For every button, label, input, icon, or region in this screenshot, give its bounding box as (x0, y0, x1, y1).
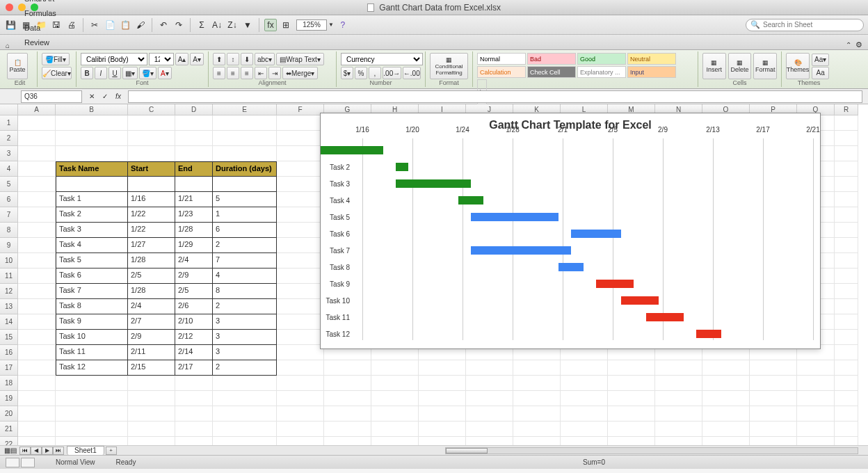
gantt-bar[interactable] (396, 163, 408, 171)
cell[interactable]: 2/5 (175, 284, 213, 299)
cell[interactable] (750, 437, 797, 445)
cell[interactable] (655, 391, 702, 406)
cell-style-good[interactable]: Good (577, 53, 626, 65)
cell[interactable] (750, 376, 797, 391)
cell[interactable] (750, 422, 797, 437)
cell[interactable]: Task 12 (56, 360, 128, 376)
cell[interactable] (277, 146, 324, 161)
cell[interactable] (56, 376, 128, 391)
cell[interactable] (277, 284, 324, 299)
gantt-bar[interactable] (396, 179, 471, 188)
cell[interactable]: Task 2 (56, 207, 128, 223)
cell[interactable] (175, 437, 213, 445)
theme-fonts-icon[interactable]: Aa (812, 67, 829, 79)
merge-button[interactable]: ⬌ Merge ▾ (282, 67, 318, 79)
row-header[interactable]: 20 (0, 406, 18, 422)
cell[interactable] (18, 406, 56, 422)
row-header[interactable]: 19 (0, 391, 18, 406)
decrease-decimal-icon[interactable]: ←.00 (403, 67, 421, 79)
cell[interactable] (608, 391, 655, 406)
cell[interactable] (561, 376, 608, 391)
cell[interactable]: 1/28 (128, 284, 175, 299)
cell[interactable]: 5 (213, 192, 277, 207)
gantt-bar[interactable] (458, 196, 483, 205)
gantt-bar[interactable] (471, 213, 558, 221)
ribbon-collapse-icon[interactable]: ⌃ (846, 41, 851, 49)
row-header[interactable]: 6 (0, 192, 18, 207)
increase-font-icon[interactable]: A▴ (175, 53, 189, 65)
cell[interactable] (277, 376, 324, 391)
row-header[interactable]: 5 (0, 177, 18, 192)
view-buttons-icon[interactable]: ▦▤ (4, 447, 17, 454)
cell[interactable] (513, 422, 561, 437)
cell[interactable] (835, 406, 858, 422)
zoom-level[interactable]: 125% (296, 19, 327, 31)
cell[interactable] (561, 360, 608, 376)
column-header[interactable]: E (213, 104, 277, 115)
cell[interactable] (371, 376, 419, 391)
cell[interactable] (561, 406, 608, 422)
cell[interactable] (277, 314, 324, 330)
paste-button[interactable]: 📋Paste (7, 53, 28, 79)
cell[interactable] (128, 376, 175, 391)
cell[interactable] (324, 422, 371, 437)
cell[interactable] (277, 299, 324, 314)
cell[interactable] (835, 345, 858, 360)
cell[interactable] (213, 146, 277, 161)
cell[interactable] (835, 360, 858, 376)
cell[interactable] (277, 391, 324, 406)
cell[interactable]: 3 (213, 345, 277, 360)
cell[interactable] (18, 177, 56, 192)
help-icon[interactable]: ? (337, 19, 349, 31)
cell[interactable]: 1/22 (128, 207, 175, 223)
cell[interactable] (324, 437, 371, 445)
cell[interactable]: 1/29 (175, 238, 213, 253)
cell[interactable] (277, 177, 324, 192)
fx-insert-icon[interactable]: fx (113, 91, 124, 102)
row-header[interactable]: 4 (0, 161, 18, 177)
cell[interactable] (56, 391, 128, 406)
cell[interactable] (835, 238, 858, 253)
cell[interactable] (371, 391, 419, 406)
cell[interactable] (655, 376, 702, 391)
cell[interactable] (513, 376, 561, 391)
cell[interactable] (835, 223, 858, 238)
cell[interactable] (18, 192, 56, 207)
row-header[interactable]: 12 (0, 284, 18, 299)
filter-icon[interactable]: ▼ (241, 19, 254, 31)
search-box[interactable]: 🔍 (746, 19, 864, 31)
cut-icon[interactable]: ✂ (88, 19, 101, 31)
indent-increase-icon[interactable]: ⇥ (268, 67, 281, 79)
cell[interactable]: Task 3 (56, 223, 128, 238)
tab-review[interactable]: Review (17, 35, 64, 49)
orientation-icon[interactable]: abc▾ (255, 53, 275, 65)
cell[interactable] (175, 406, 213, 422)
cell[interactable] (835, 146, 858, 161)
number-format-select[interactable]: Currency (341, 53, 423, 65)
cell[interactable] (18, 299, 56, 314)
gantt-bar[interactable] (646, 313, 684, 321)
cell[interactable] (277, 192, 324, 207)
cell[interactable] (18, 161, 56, 177)
cell[interactable]: Task 1 (56, 192, 128, 207)
cell[interactable] (277, 161, 324, 177)
cell[interactable]: 2 (213, 299, 277, 314)
cell[interactable] (835, 207, 858, 223)
cell[interactable]: 2/17 (175, 360, 213, 376)
cell[interactable]: Task 6 (56, 268, 128, 284)
select-all-corner[interactable] (0, 104, 18, 115)
cell[interactable] (797, 391, 835, 406)
cell[interactable]: 3 (213, 330, 277, 345)
cell[interactable] (56, 422, 128, 437)
row-header[interactable]: 21 (0, 422, 18, 437)
cell[interactable] (175, 376, 213, 391)
row-header[interactable]: 15 (0, 330, 18, 345)
cell[interactable] (702, 376, 750, 391)
cell[interactable] (750, 406, 797, 422)
row-header[interactable]: 18 (0, 376, 18, 391)
cell[interactable]: 1/28 (175, 223, 213, 238)
cell[interactable] (18, 268, 56, 284)
cell[interactable] (702, 406, 750, 422)
gantt-bar[interactable] (696, 330, 721, 338)
cell[interactable] (18, 131, 56, 146)
